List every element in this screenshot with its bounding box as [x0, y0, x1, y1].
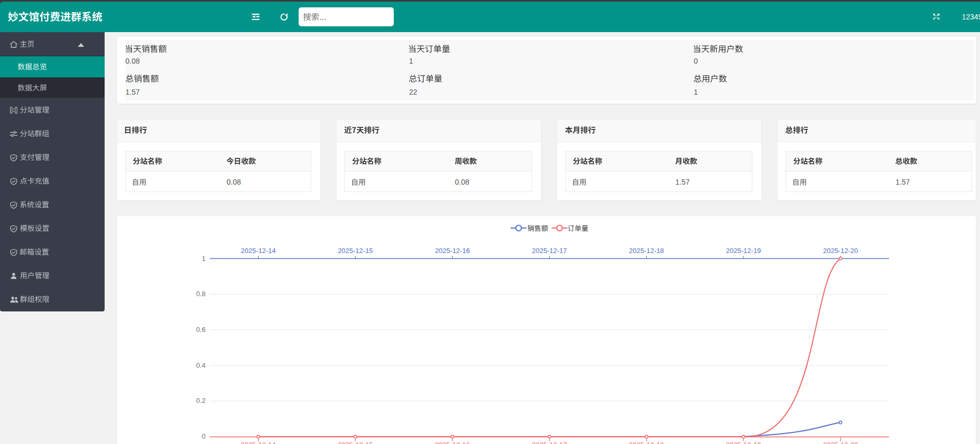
svg-text:2025-12-18: 2025-12-18	[629, 247, 664, 255]
svg-text:2025-12-18: 2025-12-18	[629, 441, 664, 444]
svg-text:2025-12-19: 2025-12-19	[726, 247, 761, 255]
svg-text:2025-12-17: 2025-12-17	[532, 247, 567, 255]
svg-text:2025-12-16: 2025-12-16	[435, 441, 470, 444]
svg-text:2025-12-14: 2025-12-14	[241, 441, 276, 444]
svg-text:0.6: 0.6	[196, 326, 206, 334]
svg-text:2025-12-16: 2025-12-16	[435, 247, 470, 255]
svg-text:0.4: 0.4	[196, 361, 206, 369]
svg-text:2025-12-19: 2025-12-19	[726, 441, 761, 444]
svg-text:2025-12-20: 2025-12-20	[823, 247, 858, 255]
svg-text:2025-12-15: 2025-12-15	[338, 247, 373, 255]
svg-text:2025-12-15: 2025-12-15	[338, 441, 373, 444]
svg-text:0.2: 0.2	[196, 397, 206, 405]
svg-text:1: 1	[202, 255, 206, 263]
svg-text:2025-12-17: 2025-12-17	[532, 441, 567, 444]
svg-text:0: 0	[202, 432, 206, 440]
svg-text:2025-12-20: 2025-12-20	[823, 441, 858, 444]
svg-text:2025-12-14: 2025-12-14	[241, 247, 276, 255]
svg-text:0.8: 0.8	[196, 290, 206, 298]
